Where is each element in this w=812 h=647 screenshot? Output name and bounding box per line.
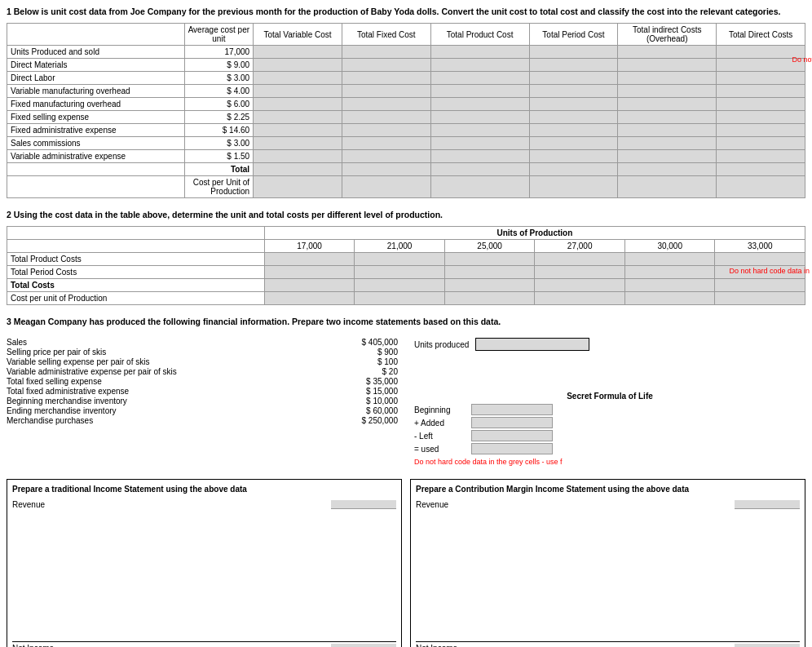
row-6-direct[interactable] [717, 124, 805, 137]
row-0-variable[interactable] [254, 46, 342, 59]
table2-cell-row1-col3[interactable] [535, 266, 625, 279]
cpu-fixed-cell[interactable] [342, 176, 430, 198]
row-5-variable[interactable] [254, 111, 342, 124]
table2-cell-row3-col4[interactable] [624, 292, 715, 305]
row-0-indirect[interactable] [618, 46, 717, 59]
row-7-variable[interactable] [254, 137, 342, 150]
table2-cell-row3-col3[interactable] [535, 292, 625, 305]
row-2-fixed[interactable] [342, 72, 430, 85]
row-3-variable[interactable] [254, 85, 342, 98]
row-8-product[interactable] [430, 150, 529, 163]
row-1-indirect[interactable] [618, 59, 717, 72]
row-4-indirect[interactable] [618, 98, 717, 111]
row-1-period[interactable] [529, 59, 618, 72]
formula-value-2[interactable] [471, 430, 553, 441]
table2-cell-row1-col1[interactable] [355, 266, 445, 279]
total-indirect-cell[interactable] [618, 163, 717, 176]
traditional-net-income-label: Net Income [12, 644, 54, 647]
row-3-period[interactable] [529, 85, 618, 98]
row-8-indirect[interactable] [618, 150, 717, 163]
formula-value-0[interactable] [471, 404, 553, 415]
row-3-fixed[interactable] [342, 85, 430, 98]
formula-label-1: + Added [414, 419, 471, 428]
row-4-period[interactable] [529, 98, 618, 111]
row-3-indirect[interactable] [618, 85, 717, 98]
row-5-direct[interactable] [717, 111, 805, 124]
table2-cell-row2-col5[interactable] [715, 279, 805, 292]
table2-cell-row0-col1[interactable] [355, 253, 445, 266]
table2-cell-row0-col3[interactable] [535, 253, 625, 266]
total-period-cell[interactable] [529, 163, 618, 176]
row-5-product[interactable] [430, 111, 529, 124]
table2-cell-row2-col0[interactable] [264, 279, 355, 292]
table2-cell-row2-col4[interactable] [624, 279, 715, 292]
row-7-indirect[interactable] [618, 137, 717, 150]
row-8-period[interactable] [529, 150, 618, 163]
table2-cell-row1-col2[interactable] [444, 266, 535, 279]
row-8-direct[interactable] [717, 150, 805, 163]
table2-cell-row2-col1[interactable] [355, 279, 445, 292]
cpu-indirect-cell[interactable] [618, 176, 717, 198]
table2-cell-row3-col1[interactable] [355, 292, 445, 305]
table2-cell-row0-col0[interactable] [264, 253, 355, 266]
row-4-direct[interactable] [717, 98, 805, 111]
row-8-variable[interactable] [254, 150, 342, 163]
table2-cell-row0-col2[interactable] [444, 253, 535, 266]
traditional-revenue-value[interactable] [331, 500, 396, 509]
s3-data-item-1: Selling price per pair of skis$ 900 [7, 348, 398, 357]
row-0-fixed[interactable] [342, 46, 430, 59]
row-6-period[interactable] [529, 124, 618, 137]
row-2-direct[interactable] [717, 72, 805, 85]
contribution-net-income-value[interactable] [735, 644, 800, 647]
row-0-period[interactable] [529, 46, 618, 59]
row-5-fixed[interactable] [342, 111, 430, 124]
row-2-variable[interactable] [254, 72, 342, 85]
row-8-fixed[interactable] [342, 150, 430, 163]
cpu-direct-cell[interactable] [717, 176, 805, 198]
row-7-period[interactable] [529, 137, 618, 150]
row-6-variable[interactable] [254, 124, 342, 137]
row-2-indirect[interactable] [618, 72, 717, 85]
table2-cell-row1-col4[interactable] [624, 266, 715, 279]
table2-cell-row2-col3[interactable] [535, 279, 625, 292]
row-1-product[interactable] [430, 59, 529, 72]
row-1-fixed[interactable] [342, 59, 430, 72]
row-4-fixed[interactable] [342, 98, 430, 111]
row-3-product[interactable] [430, 85, 529, 98]
table2-cell-row3-col0[interactable] [264, 292, 355, 305]
row-label: Sales commissions [7, 137, 185, 150]
row-0-product[interactable] [430, 46, 529, 59]
formula-value-3[interactable] [471, 443, 553, 454]
total-product-cell[interactable] [430, 163, 529, 176]
table2-cell-row0-col4[interactable] [624, 253, 715, 266]
row-7-direct[interactable] [717, 137, 805, 150]
units-produced-input[interactable] [475, 338, 589, 351]
row-5-period[interactable] [529, 111, 618, 124]
table2-cell-row3-col2[interactable] [444, 292, 535, 305]
cpu-product-cell[interactable] [430, 176, 529, 198]
total-direct-cell[interactable] [717, 163, 805, 176]
row-6-product[interactable] [430, 124, 529, 137]
total-fixed-cell[interactable] [342, 163, 430, 176]
table2-cell-row1-col0[interactable] [264, 266, 355, 279]
row-1-variable[interactable] [254, 59, 342, 72]
row-4-product[interactable] [430, 98, 529, 111]
table2-cell-row0-col5[interactable] [715, 253, 805, 266]
row-7-product[interactable] [430, 137, 529, 150]
row-6-fixed[interactable] [342, 124, 430, 137]
row-2-product[interactable] [430, 72, 529, 85]
row-4-variable[interactable] [254, 98, 342, 111]
row-6-indirect[interactable] [618, 124, 717, 137]
row-3-direct[interactable] [717, 85, 805, 98]
row-5-indirect[interactable] [618, 111, 717, 124]
table2-cell-row2-col2[interactable] [444, 279, 535, 292]
cpu-variable-cell[interactable] [254, 176, 342, 198]
total-variable-cell[interactable] [254, 163, 342, 176]
formula-value-1[interactable] [471, 417, 553, 428]
cpu-period-cell[interactable] [529, 176, 618, 198]
row-2-period[interactable] [529, 72, 618, 85]
contribution-revenue-value[interactable] [735, 500, 800, 509]
row-7-fixed[interactable] [342, 137, 430, 150]
table2-cell-row3-col5[interactable] [715, 292, 805, 305]
traditional-net-income-value[interactable] [331, 644, 396, 647]
